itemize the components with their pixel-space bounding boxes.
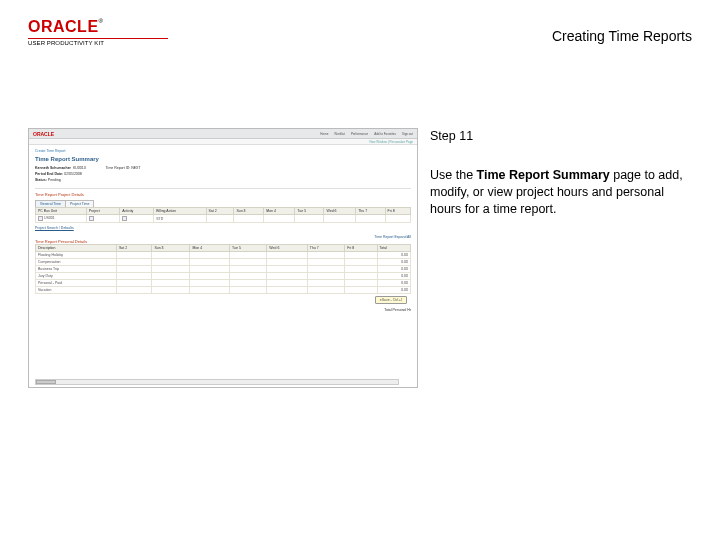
- personal-row: Compensation0.00: [36, 259, 411, 266]
- shot-meta-1: Kenneth Schumacher KU0013 Time Report ID…: [35, 166, 411, 170]
- personal-row: Floating Holiday0.00: [36, 252, 411, 259]
- shot-meta-3: Status: Pending: [35, 178, 411, 182]
- shot-heading: Time Report Summary: [35, 156, 411, 162]
- cell-bu: US001: [44, 216, 55, 220]
- lookup-icon: [89, 216, 94, 221]
- instruction-text: Use the Time Report Summary page to add,…: [430, 167, 692, 218]
- p-th-7: Fri 8: [345, 245, 377, 252]
- project-row: US001 STD: [36, 215, 411, 223]
- p-th-1: Sat 2: [116, 245, 151, 252]
- meta-status-label: Status:: [35, 178, 47, 182]
- project-search-link: Project Search / Defaults: [35, 226, 74, 230]
- nav-performance: Performance: [351, 132, 368, 136]
- step-label: Step 11: [430, 128, 692, 145]
- th-d4: Tue 5: [295, 208, 324, 215]
- p-desc-0: Floating Holiday: [36, 252, 117, 259]
- p-th-desc: Description: [36, 245, 117, 252]
- scrollbar-thumb: [36, 380, 56, 384]
- oracle-upk-logo: ORACLE® USER PRODUCTIVITY KIT: [28, 18, 168, 46]
- th-d6: Thu 7: [356, 208, 385, 215]
- p-tot-2: 0.00: [377, 266, 410, 273]
- instruction-column: Step 11 Use the Time Report Summary page…: [430, 128, 692, 388]
- meta-status-val: Pending: [48, 178, 61, 182]
- shot-footer: eSave - Ctrl+J: [35, 294, 411, 306]
- p-th-5: Wed 6: [267, 245, 308, 252]
- shot-crumb: Create Time Report: [35, 149, 411, 153]
- instruction-bold: Time Report Summary: [477, 168, 610, 182]
- p-th-4: Tue 5: [230, 245, 267, 252]
- tab-project: Project Time: [65, 200, 94, 207]
- personal-row: Personal - Paid0.00: [36, 280, 411, 287]
- th-d7: Fri 8: [385, 208, 410, 215]
- shot-topbar: ORACLE Home Worklist Performance Add to …: [29, 129, 417, 139]
- p-desc-3: Jury Duty: [36, 273, 117, 280]
- th-bu: PC Bus Unit: [36, 208, 87, 215]
- th-bill: Billing Action: [154, 208, 206, 215]
- app-screenshot: ORACLE Home Worklist Performance Add to …: [28, 128, 418, 388]
- th-d1: Sat 2: [206, 208, 234, 215]
- p-desc-2: Business Trip: [36, 266, 117, 273]
- content-row: ORACLE Home Worklist Performance Add to …: [28, 128, 692, 388]
- meta-pe-val: 02/05/2008: [64, 172, 82, 176]
- th-d5: Wed 6: [324, 208, 356, 215]
- section2-side: Time Report Expand All: [374, 235, 411, 239]
- nav-worklist: Worklist: [334, 132, 345, 136]
- registered-mark: ®: [99, 18, 103, 24]
- p-desc-5: Vacation: [36, 287, 117, 294]
- p-tot-0: 0.00: [377, 252, 410, 259]
- p-th-6: Thu 7: [307, 245, 345, 252]
- instruction-pre: Use the: [430, 168, 477, 182]
- shot-tabs: General Time Project Time: [35, 200, 411, 207]
- oracle-wordmark: ORACLE: [28, 18, 99, 36]
- p-th-2: Sun 3: [152, 245, 190, 252]
- personal-table: Description Sat 2 Sun 3 Mon 4 Tue 5 Wed …: [35, 244, 411, 294]
- p-tot-3: 0.00: [377, 273, 410, 280]
- th-act: Activity: [120, 208, 154, 215]
- section2-title: Time Report Personal Details: [35, 236, 87, 244]
- p-desc-4: Personal - Paid: [36, 280, 117, 287]
- doc-title: Creating Time Reports: [552, 28, 692, 44]
- p-th-3: Mon 4: [190, 245, 230, 252]
- personal-row: Jury Duty0.00: [36, 273, 411, 280]
- lookup-icon: [122, 216, 127, 221]
- meta-pe-label: Period End Date:: [35, 172, 63, 176]
- personal-row: Vacation0.00: [36, 287, 411, 294]
- p-tot-5: 0.00: [377, 287, 410, 294]
- p-tot-1: 0.00: [377, 259, 410, 266]
- nav-addfav: Add to Favorites: [374, 132, 396, 136]
- p-desc-1: Compensation: [36, 259, 117, 266]
- shot-body: Create Time Report Time Report Summary K…: [29, 145, 417, 387]
- meta-tr-val: NEXT: [131, 166, 140, 170]
- shot-oracle-logo: ORACLE: [33, 131, 54, 137]
- cell-bill: STD: [154, 215, 206, 223]
- shot-nav: Home Worklist Performance Add to Favorit…: [320, 132, 413, 136]
- p-tot-4: 0.00: [377, 280, 410, 287]
- total-personal-label: Total Personal Hr: [35, 308, 411, 312]
- shot-meta-2: Period End Date: 02/05/2008: [35, 172, 411, 176]
- p-th-tot: Total: [377, 245, 410, 252]
- personal-row: Business Trip0.00: [36, 266, 411, 273]
- meta-name-val: KU0013: [73, 166, 86, 170]
- save-button: eSave - Ctrl+J: [375, 296, 407, 304]
- meta-tr-label: Time Report ID:: [106, 166, 131, 170]
- nav-home: Home: [320, 132, 328, 136]
- shot-scrollbar: [35, 379, 399, 385]
- tab-general: General Time: [35, 200, 66, 207]
- lookup-icon: [38, 216, 43, 221]
- nav-signout: Sign out: [402, 132, 413, 136]
- th-d2: Sun 3: [234, 208, 264, 215]
- th-d3: Mon 4: [264, 208, 295, 215]
- meta-name: Kenneth Schumacher: [35, 166, 71, 170]
- section1-title: Time Report Project Details: [35, 188, 411, 197]
- th-proj: Project: [86, 208, 120, 215]
- upk-subline: USER PRODUCTIVITY KIT: [28, 38, 168, 46]
- project-table: PC Bus Unit Project Activity Billing Act…: [35, 207, 411, 223]
